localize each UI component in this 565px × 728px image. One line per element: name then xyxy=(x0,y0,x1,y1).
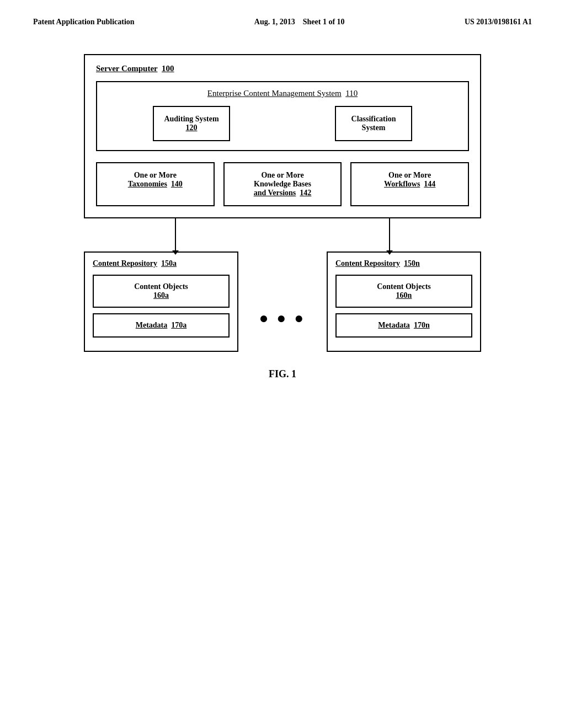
connectors-area xyxy=(84,218,481,251)
repo-n-label: Content Repository 150n xyxy=(335,259,472,268)
auditing-num: 120 xyxy=(186,124,198,132)
taxonomies-num: 140 xyxy=(171,180,183,188)
classification-system-box: Classification System xyxy=(335,106,412,141)
workflows-num: 144 xyxy=(424,180,435,188)
inner-systems-row: Auditing System 120 Classification Syste… xyxy=(106,106,459,141)
header-date-sheet: Aug. 1, 2013 Sheet 1 of 10 xyxy=(254,18,345,26)
metadata-n-label: Metadata 170n xyxy=(342,321,466,330)
knowledge-bases-box: One or More Knowledge Bases and Versions… xyxy=(223,162,342,206)
diagram-area: Server Computer 100 Enterprise Content M… xyxy=(0,32,565,391)
server-label-text: Server Computer xyxy=(96,64,158,73)
content-objects-n-box: Content Objects 160n xyxy=(335,275,472,308)
ecm-box: Enterprise Content Management System 110… xyxy=(96,81,469,151)
server-num: 100 xyxy=(162,64,174,73)
repo-a-label: Content Repository 150a xyxy=(93,259,230,268)
metadata-n-box: Metadata 170n xyxy=(335,313,472,338)
auditing-system-box: Auditing System 120 xyxy=(153,106,230,141)
content-objects-a-box: Content Objects 160a xyxy=(93,275,230,308)
header-publication: Patent Application Publication xyxy=(33,18,135,26)
classification-label1: Classification xyxy=(346,115,401,124)
connector-right-line xyxy=(389,218,390,251)
content-objects-a-label: Content Objects xyxy=(99,282,223,291)
repos-row: Content Repository 150a Content Objects … xyxy=(84,251,481,352)
server-computer-label: Server Computer 100 xyxy=(96,64,469,73)
metadata-a-num: 170a xyxy=(171,321,186,329)
taxonomies-label1: One or More xyxy=(103,171,208,180)
ecm-label: Enterprise Content Management System 110 xyxy=(106,89,459,98)
workflows-label2: Workflows 144 xyxy=(357,180,462,189)
content-repo-n-box: Content Repository 150n Content Objects … xyxy=(327,251,481,352)
content-objects-n-num: 160n xyxy=(396,291,412,299)
kb-label2: Knowledge Bases xyxy=(230,180,335,189)
kb-num: 142 xyxy=(300,189,311,197)
ellipsis-dots: ● ● ● xyxy=(255,251,310,352)
bottom-boxes-row: One or More Taxonomies 140 One or More K… xyxy=(96,162,469,206)
taxonomies-box: One or More Taxonomies 140 xyxy=(96,162,215,206)
repo-n-num: 150n xyxy=(404,259,420,267)
workflows-box: One or More Workflows 144 xyxy=(350,162,469,206)
server-computer-box: Server Computer 100 Enterprise Content M… xyxy=(84,54,481,218)
content-repo-a-box: Content Repository 150a Content Objects … xyxy=(84,251,238,352)
auditing-label: Auditing System xyxy=(164,115,219,124)
repo-a-num: 150a xyxy=(161,259,177,267)
workflows-label1: One or More xyxy=(357,171,462,180)
classification-label2: System xyxy=(346,124,401,132)
header-sheet: Sheet 1 of 10 xyxy=(303,18,345,26)
metadata-n-num: 170n xyxy=(414,321,430,329)
kb-label1: One or More xyxy=(230,171,335,180)
metadata-a-box: Metadata 170a xyxy=(93,313,230,338)
kb-label3: and Versions 142 xyxy=(230,189,335,197)
connector-left-line xyxy=(175,218,176,251)
ecm-num: 110 xyxy=(345,89,358,98)
taxonomies-label2: Taxonomies 140 xyxy=(103,180,208,189)
header-date: Aug. 1, 2013 xyxy=(254,18,295,26)
ecm-label-text: Enterprise Content Management System xyxy=(207,89,342,98)
metadata-a-label: Metadata 170a xyxy=(99,321,223,330)
figure-caption: FIG. 1 xyxy=(269,368,296,380)
page-header: Patent Application Publication Aug. 1, 2… xyxy=(0,0,565,32)
header-patent-number: US 2013/0198161 A1 xyxy=(465,18,532,26)
content-objects-a-num: 160a xyxy=(153,291,169,299)
content-objects-n-label: Content Objects xyxy=(342,282,466,291)
